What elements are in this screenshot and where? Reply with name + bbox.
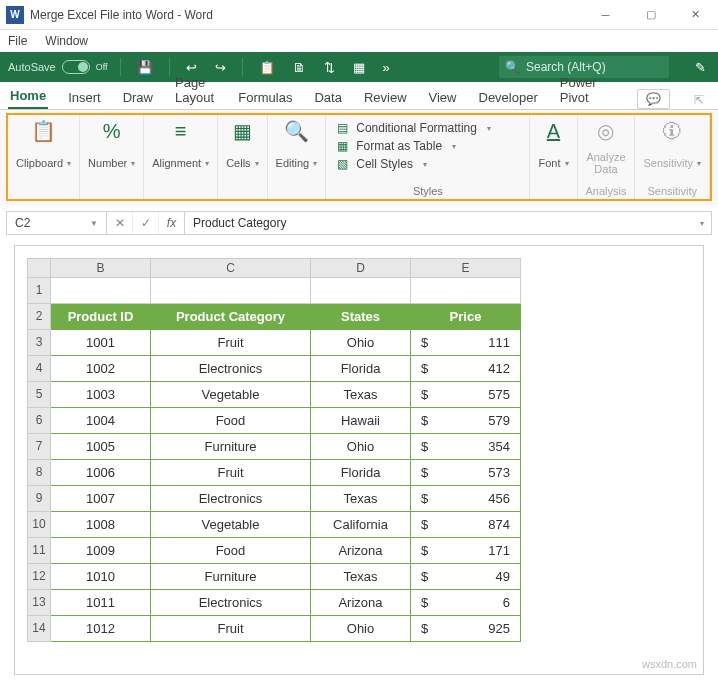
group-cells[interactable]: ▦ Cells (218, 115, 267, 199)
cell-product-id[interactable]: 1008 (51, 512, 151, 538)
cell-price[interactable]: $171 (411, 538, 521, 564)
cell-product-category[interactable]: Electronics (151, 590, 311, 616)
row-header[interactable]: 6 (27, 408, 51, 434)
cell-states[interactable]: Ohio (311, 616, 411, 642)
cell[interactable] (151, 278, 311, 304)
cell[interactable] (411, 278, 521, 304)
tab-draw[interactable]: Draw (121, 86, 155, 109)
comments-button[interactable]: 💬 (637, 89, 670, 109)
accept-formula-button[interactable]: ✓ (133, 212, 159, 234)
cell-states[interactable]: Ohio (311, 330, 411, 356)
format-as-table-button[interactable]: ▦Format as Table (334, 137, 521, 155)
row-header[interactable]: 7 (27, 434, 51, 460)
cell-product-category[interactable]: Vegetable (151, 382, 311, 408)
cell-states[interactable]: Arizona (311, 538, 411, 564)
cell-product-id[interactable]: 1003 (51, 382, 151, 408)
cell-product-category[interactable]: Food (151, 538, 311, 564)
row-header[interactable]: 1 (27, 278, 51, 304)
embedded-spreadsheet[interactable]: B C D E 1 2 Product ID Product Category … (27, 258, 691, 662)
header-price[interactable]: Price (411, 304, 521, 330)
cell-price[interactable]: $354 (411, 434, 521, 460)
row-header[interactable]: 11 (27, 538, 51, 564)
print-icon[interactable]: 🗎 (289, 60, 310, 75)
tab-data[interactable]: Data (312, 86, 343, 109)
tab-view[interactable]: View (427, 86, 459, 109)
cell-price[interactable]: $573 (411, 460, 521, 486)
cell-price[interactable]: $874 (411, 512, 521, 538)
group-editing[interactable]: 🔍 Editing (268, 115, 327, 199)
more-icon[interactable]: » (379, 60, 394, 75)
row-header[interactable]: 10 (27, 512, 51, 538)
row-header[interactable]: 5 (27, 382, 51, 408)
cell-product-category[interactable]: Electronics (151, 356, 311, 382)
close-button[interactable]: ✕ (673, 0, 718, 30)
cell-product-category[interactable]: Food (151, 408, 311, 434)
group-alignment[interactable]: ≡ Alignment (144, 115, 218, 199)
row-header[interactable]: 13 (27, 590, 51, 616)
maximize-button[interactable]: ▢ (628, 0, 673, 30)
cell-states[interactable]: Florida (311, 356, 411, 382)
menu-file[interactable]: File (8, 34, 27, 48)
cell-price[interactable]: $49 (411, 564, 521, 590)
tab-formulas[interactable]: Formulas (236, 86, 294, 109)
cell[interactable] (311, 278, 411, 304)
cell-states[interactable]: Hawaii (311, 408, 411, 434)
cell-product-id[interactable]: 1010 (51, 564, 151, 590)
col-header-c[interactable]: C (151, 258, 311, 278)
formula-input[interactable]: Product Category (185, 216, 693, 230)
share-icon[interactable]: ✎ (691, 60, 710, 75)
cell-price[interactable]: $111 (411, 330, 521, 356)
row-header[interactable]: 2 (27, 304, 51, 330)
sort-icon[interactable]: ⇅ (320, 60, 339, 75)
cell-product-category[interactable]: Furniture (151, 564, 311, 590)
tab-page-layout[interactable]: Page Layout (173, 71, 218, 109)
row-header[interactable]: 3 (27, 330, 51, 356)
cell-product-id[interactable]: 1002 (51, 356, 151, 382)
header-product-category[interactable]: Product Category (151, 304, 311, 330)
header-states[interactable]: States (311, 304, 411, 330)
grid-icon[interactable]: ▦ (349, 60, 369, 75)
tab-review[interactable]: Review (362, 86, 409, 109)
cell-product-id[interactable]: 1012 (51, 616, 151, 642)
cell-price[interactable]: $925 (411, 616, 521, 642)
cell-states[interactable]: Texas (311, 564, 411, 590)
cell-product-category[interactable]: Fruit (151, 616, 311, 642)
cell-product-id[interactable]: 1005 (51, 434, 151, 460)
conditional-formatting-button[interactable]: ▤Conditional Formatting (334, 119, 521, 137)
tab-power-pivot[interactable]: Power Pivot (558, 71, 601, 109)
row-header[interactable]: 12 (27, 564, 51, 590)
cell-states[interactable]: Arizona (311, 590, 411, 616)
cell-product-category[interactable]: Fruit (151, 460, 311, 486)
save-icon[interactable]: 💾 (133, 60, 157, 75)
cell-product-category[interactable]: Furniture (151, 434, 311, 460)
cell-price[interactable]: $579 (411, 408, 521, 434)
group-number[interactable]: % Number (80, 115, 144, 199)
cell-states[interactable]: Florida (311, 460, 411, 486)
cancel-formula-button[interactable]: ✕ (107, 212, 133, 234)
cell-price[interactable]: $6 (411, 590, 521, 616)
tab-insert[interactable]: Insert (66, 86, 103, 109)
cell-product-id[interactable]: 1009 (51, 538, 151, 564)
cell-states[interactable]: California (311, 512, 411, 538)
cell-price[interactable]: $412 (411, 356, 521, 382)
cell-product-id[interactable]: 1006 (51, 460, 151, 486)
cell-styles-button[interactable]: ▧Cell Styles (334, 155, 521, 173)
cell-product-id[interactable]: 1007 (51, 486, 151, 512)
header-product-id[interactable]: Product ID (51, 304, 151, 330)
cell-product-category[interactable]: Fruit (151, 330, 311, 356)
cell-product-id[interactable]: 1001 (51, 330, 151, 356)
cell-product-category[interactable]: Vegetable (151, 512, 311, 538)
cell-states[interactable]: Texas (311, 382, 411, 408)
group-font[interactable]: A Font (530, 115, 577, 199)
cell-product-id[interactable]: 1004 (51, 408, 151, 434)
cell-product-category[interactable]: Electronics (151, 486, 311, 512)
cell[interactable] (51, 278, 151, 304)
row-header[interactable]: 14 (27, 616, 51, 642)
row-header[interactable]: 8 (27, 460, 51, 486)
expand-formula-bar-button[interactable]: ▾ (693, 219, 711, 228)
name-box[interactable]: C2 ▼ (7, 212, 107, 234)
cell-states[interactable]: Texas (311, 486, 411, 512)
fx-icon[interactable]: fx (159, 212, 185, 234)
cell-product-id[interactable]: 1011 (51, 590, 151, 616)
cell-price[interactable]: $456 (411, 486, 521, 512)
